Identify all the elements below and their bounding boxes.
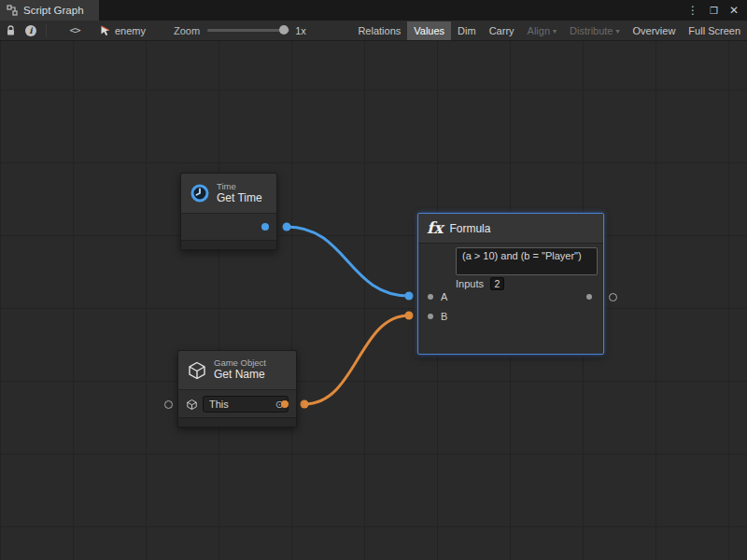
edge-endpoint[interactable] — [301, 400, 309, 409]
pointer-icon — [100, 25, 111, 36]
connection-layer — [0, 41, 747, 560]
edge-endpoint[interactable] — [405, 292, 414, 301]
zoom-value: 1x — [295, 25, 306, 36]
node-header[interactable]: fx Formula — [418, 214, 603, 244]
inputs-count-field[interactable]: 2 — [490, 277, 504, 290]
node-category: Time — [217, 182, 262, 192]
input-port-a[interactable] — [428, 294, 433, 300]
dim-button[interactable]: Dim — [451, 21, 483, 40]
node-header[interactable]: Game Object Get Name — [178, 351, 296, 390]
tab-script-graph[interactable]: Script Graph — [0, 0, 99, 21]
port-row-b: B — [418, 309, 603, 324]
node-footer — [178, 417, 296, 427]
edge-endpoint[interactable] — [283, 223, 291, 231]
formula-fx-icon: fx — [427, 220, 443, 236]
code-view-icon[interactable]: <> — [64, 21, 85, 41]
relations-button[interactable]: Relations — [351, 21, 407, 40]
values-button[interactable]: Values — [407, 21, 451, 40]
node-body: This ⊙ — [178, 390, 296, 418]
zoom-slider-handle[interactable] — [279, 25, 289, 35]
node-titles: Game Object Get Name — [214, 358, 266, 382]
graph-canvas[interactable]: Time Get Time fx Formula (a > 10) and (b… — [0, 41, 747, 560]
input-port-b[interactable] — [428, 314, 433, 319]
inputs-label: Inputs — [456, 278, 484, 289]
edge-getname-to-formula-b — [304, 315, 409, 404]
maximize-icon[interactable]: ❐ — [710, 6, 718, 16]
output-port[interactable] — [261, 223, 269, 231]
target-object-field[interactable]: This ⊙ — [203, 396, 289, 413]
graph-name: enemy — [115, 25, 146, 36]
formula-expression-input[interactable]: (a > 10) and (b = "Player") — [456, 247, 598, 275]
zoom-slider[interactable] — [207, 29, 289, 32]
output-port[interactable] — [281, 400, 289, 408]
distribute-dropdown[interactable]: Distribute▾ — [563, 21, 626, 40]
node-title: Formula — [449, 222, 490, 235]
window-controls: ⋮ ❐ ✕ — [687, 4, 747, 17]
toolbar-divider — [46, 24, 47, 37]
full-screen-button[interactable]: Full Screen — [682, 21, 747, 40]
script-graph-icon — [7, 5, 18, 16]
edge-gettime-to-formula-a — [287, 227, 409, 296]
chevron-down-icon: ▾ — [616, 27, 620, 35]
port-label: B — [441, 311, 447, 322]
node-header[interactable]: Time Get Time — [181, 174, 276, 214]
cube-icon — [187, 360, 207, 381]
chevron-down-icon: ▾ — [553, 27, 557, 35]
graph-reference[interactable]: enemy — [100, 25, 146, 36]
formula-inputs-row: Inputs 2 — [456, 276, 504, 290]
cube-icon-small — [186, 399, 198, 411]
kebab-menu-icon[interactable]: ⋮ — [687, 4, 698, 17]
node-get-name[interactable]: Game Object Get Name This ⊙ — [177, 350, 297, 427]
tab-label: Script Graph — [23, 5, 84, 16]
node-title: Get Time — [217, 192, 262, 205]
target-object-value: This — [209, 399, 229, 410]
formula-output-port[interactable] — [609, 293, 617, 301]
zoom-label: Zoom — [174, 25, 200, 36]
node-footer — [181, 240, 276, 249]
close-icon[interactable]: ✕ — [729, 4, 739, 17]
toolbar: i <> enemy Zoom 1x Relations Values Dim … — [0, 21, 747, 41]
target-input-port[interactable] — [164, 400, 173, 409]
node-body — [181, 214, 276, 241]
output-port-inner[interactable] — [586, 294, 592, 300]
port-row-a: A — [418, 289, 603, 304]
info-icon[interactable]: i — [21, 21, 41, 41]
node-title: Get Name — [214, 369, 266, 382]
edge-endpoint[interactable] — [405, 312, 414, 320]
overview-button[interactable]: Overview — [627, 21, 683, 40]
node-titles: Time Get Time — [217, 182, 262, 205]
node-formula[interactable]: fx Formula (a > 10) and (b = "Player") I… — [417, 213, 604, 355]
clock-icon — [190, 183, 210, 203]
align-dropdown[interactable]: Align▾ — [521, 21, 563, 40]
carry-button[interactable]: Carry — [483, 21, 521, 40]
titlebar: Script Graph ⋮ ❐ ✕ — [0, 0, 747, 21]
node-get-time[interactable]: Time Get Time — [180, 173, 277, 250]
port-label: A — [441, 291, 447, 302]
script-graph-window: { "titlebar": { "tab_label": "Script Gra… — [0, 0, 747, 560]
lock-icon[interactable] — [0, 21, 21, 41]
